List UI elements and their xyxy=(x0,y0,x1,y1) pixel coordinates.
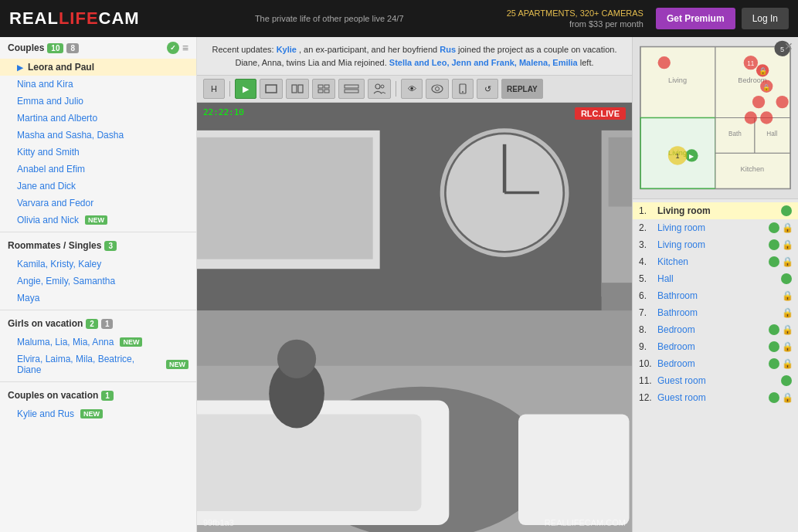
room-name: Living room xyxy=(657,239,766,250)
room-item-8[interactable]: 8. Bedroom 🔒 xyxy=(633,321,798,338)
svg-text:Hall: Hall xyxy=(766,130,777,137)
toolbar-layout3-button[interactable] xyxy=(312,79,335,99)
couple-vac-name: Kylie and Rus xyxy=(17,408,74,419)
room-item-3[interactable]: 3. Living room 🔒 xyxy=(633,236,798,253)
toolbar-refresh-button[interactable]: ↺ xyxy=(477,79,498,99)
sidebar-item-emma-julio[interactable]: Emma and Julio xyxy=(0,93,196,110)
badge-girls-online: 2 xyxy=(86,319,98,329)
sidebar-item-maya[interactable]: Maya xyxy=(0,290,196,307)
news-rus: Rus xyxy=(440,45,456,54)
sound-icon xyxy=(781,273,792,284)
room-item-10[interactable]: 10. Bedroom 🔒 xyxy=(633,355,798,372)
toolbar-people-button[interactable] xyxy=(368,79,391,99)
content-area: Recent updates: Kylie , an ex-participan… xyxy=(197,37,632,532)
badge-couples-online: 10 xyxy=(47,43,63,53)
sidebar-item-jane-dick[interactable]: Jane and Dick xyxy=(0,178,196,195)
room-item-1[interactable]: 1. Living room xyxy=(633,202,798,219)
sidebar-item-anabel-efim[interactable]: Anabel and Efim xyxy=(0,161,196,178)
room-num: 12. xyxy=(639,392,654,403)
toolbar-layout1-button[interactable] xyxy=(260,79,283,99)
badge-new: NEW xyxy=(85,215,107,225)
tagline: The private life of other people live 24… xyxy=(152,14,507,23)
room-item-11[interactable]: 11. Guest room xyxy=(633,372,798,389)
sidebar-item-masha-sasha[interactable]: Masha and Sasha, Dasha xyxy=(0,127,196,144)
section-couples-vac-label: Couples on vacation xyxy=(8,390,98,401)
sidebar-item-nina-kira[interactable]: Nina and Kira xyxy=(0,76,196,93)
svg-rect-8 xyxy=(345,90,358,93)
section-girls-label: Girls on vacation xyxy=(8,318,83,329)
sound-icon xyxy=(769,256,779,267)
lock-icon: 🔒 xyxy=(783,341,792,352)
sidebar-item-varvara-fedor[interactable]: Varvara and Fedor xyxy=(0,195,196,212)
room-item-5[interactable]: 5. Hall xyxy=(633,270,798,287)
toolbar-eye-button[interactable]: 👁 xyxy=(401,79,423,99)
sidebar-item-leora-paul[interactable]: ▶ Leora and Paul xyxy=(0,59,196,76)
toolbar-h-button[interactable]: H xyxy=(203,79,225,99)
news-text2: joined the project as a couple on vacati… xyxy=(458,45,616,54)
badge-new: NEW xyxy=(120,337,142,347)
sound-icon xyxy=(769,239,779,250)
badge-new: NEW xyxy=(80,409,103,418)
svg-text:Bath: Bath xyxy=(728,130,742,137)
couple-name: Kitty and Smith xyxy=(17,147,80,158)
couple-name: Leora and Paul xyxy=(28,62,94,73)
svg-text:1: 1 xyxy=(676,152,680,160)
svg-point-61 xyxy=(752,96,765,108)
sound-icon xyxy=(769,358,779,369)
login-button[interactable]: Log In xyxy=(742,8,789,29)
get-premium-button[interactable]: Get Premium xyxy=(656,8,735,29)
room-item-2[interactable]: 2. Living room 🔒 xyxy=(633,219,798,236)
sound-icon xyxy=(769,392,779,403)
toolbar-layout4-button[interactable] xyxy=(338,79,365,99)
roommate-name: Kamila, Kristy, Kaley xyxy=(17,259,101,269)
sidebar-item-angie[interactable]: Angie, Emily, Samantha xyxy=(0,273,196,290)
section-icons: ✓ ≡ xyxy=(167,42,188,54)
roommate-name: Angie, Emily, Samantha xyxy=(17,276,115,286)
sidebar-item-martina-alberto[interactable]: Martina and Alberto xyxy=(0,110,196,127)
svg-rect-3 xyxy=(318,85,323,88)
svg-text:▶: ▶ xyxy=(689,153,694,160)
lock-icon: 🔒 xyxy=(783,392,792,403)
toolbar-play-button[interactable]: ▶ xyxy=(235,79,256,99)
svg-rect-6 xyxy=(324,90,329,93)
sidebar-item-elvira[interactable]: Elvira, Laima, Mila, Beatrice, Diane NEW xyxy=(0,351,196,378)
toolbar-replay-button[interactable]: REPLAY xyxy=(501,79,543,99)
sidebar-item-olivia-nick[interactable]: Olivia and Nick NEW xyxy=(0,212,196,229)
svg-text:🔒: 🔒 xyxy=(762,83,771,92)
room-item-9[interactable]: 9. Bedroom 🔒 xyxy=(633,338,798,355)
toolbar-separator2 xyxy=(396,81,396,97)
room-num: 1. xyxy=(639,205,654,216)
section-couples: Couples 10 8 ✓ ≡ xyxy=(0,37,196,59)
video-container: 22:22:10 RLC.LIVE 99fb1a3 REALLIFECAM.CO… xyxy=(197,103,632,532)
toolbar-layout2-button[interactable] xyxy=(286,79,309,99)
section-menu-icon[interactable]: ≡ xyxy=(182,42,188,54)
room-item-4[interactable]: 4. Kitchen 🔒 xyxy=(633,253,798,270)
floor-plan-close[interactable]: ✕ xyxy=(784,40,793,53)
section-couples-vacation: Couples on vacation 1 xyxy=(0,385,196,405)
room-name: Bedroom xyxy=(657,341,766,352)
svg-point-10 xyxy=(381,85,384,88)
room-item-6[interactable]: 6. Bathroom 🔒 xyxy=(633,287,798,304)
toolbar-cam-button[interactable] xyxy=(426,79,449,99)
couple-name: Nina and Kira xyxy=(17,79,73,90)
room-item-7[interactable]: 7. Bathroom 🔒 xyxy=(633,304,798,321)
svg-rect-2 xyxy=(298,85,303,93)
room-num: 10. xyxy=(639,358,654,369)
room-item-12[interactable]: 12. Guest room 🔒 xyxy=(633,389,798,406)
room-num: 2. xyxy=(639,222,654,233)
sidebar-item-kitty-smith[interactable]: Kitty and Smith xyxy=(0,144,196,161)
sidebar-item-kylie-rus[interactable]: Kylie and Rus NEW xyxy=(0,405,196,422)
svg-rect-31 xyxy=(518,415,629,525)
sidebar-item-kamila[interactable]: Kamila, Kristy, Kaley xyxy=(0,256,196,273)
apt-count: 25 APARTMENTS, 320+ CAMERAS xyxy=(507,8,643,19)
svg-rect-24 xyxy=(609,137,632,207)
lock-icon: 🔒 xyxy=(783,290,792,301)
toolbar-separator xyxy=(229,81,230,97)
toolbar-mobile-button[interactable] xyxy=(452,79,474,99)
divider xyxy=(0,310,196,310)
main-layout: Couples 10 8 ✓ ≡ ▶ Leora and Paul Nina a… xyxy=(0,37,798,532)
room-name: Living room xyxy=(657,222,766,233)
badge-girls-total: 1 xyxy=(101,319,114,329)
sidebar-item-maluma[interactable]: Maluma, Lia, Mia, Anna NEW xyxy=(0,334,196,351)
svg-point-62 xyxy=(776,96,788,108)
